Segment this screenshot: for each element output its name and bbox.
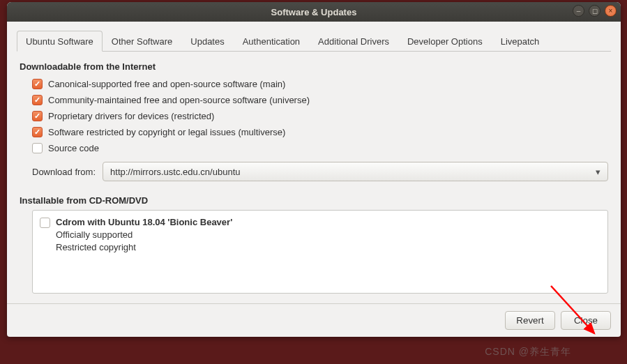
chevron-down-icon: ▾: [596, 167, 600, 177]
checkbox-main[interactable]: ✓: [32, 79, 43, 89]
window-title: Software & Updates: [7, 7, 621, 17]
tab-authentication[interactable]: Authentication: [234, 31, 309, 52]
minimize-icon[interactable]: –: [573, 5, 584, 17]
download-from-value: http://mirrors.ustc.edu.cn/ubuntu: [110, 167, 240, 177]
maximize-icon[interactable]: ◻: [589, 5, 600, 17]
close-button[interactable]: Close: [561, 311, 611, 330]
tab-updates[interactable]: Updates: [181, 31, 233, 52]
content-area: Ubuntu Software Other Software Updates A…: [7, 22, 621, 337]
titlebar[interactable]: Software & Updates – ◻ ×: [7, 2, 621, 22]
checkbox-row-multiverse[interactable]: ✓ Software restricted by copyright or le…: [20, 124, 608, 140]
watermark-text: CSDN @养生青年: [485, 346, 571, 358]
checkbox-row-source[interactable]: Source code: [20, 140, 608, 156]
checkbox-cdrom[interactable]: [40, 218, 50, 228]
software-updates-window: Software & Updates – ◻ × Ubuntu Software…: [7, 2, 621, 337]
download-from-row: Download from: http://mirrors.ustc.edu.c…: [20, 156, 608, 187]
cdrom-list[interactable]: Cdrom with Ubuntu 18.04 'Bionic Beaver' …: [32, 210, 608, 294]
window-controls: – ◻ ×: [573, 5, 617, 17]
tab-livepatch[interactable]: Livepatch: [492, 31, 549, 52]
tab-developer-options[interactable]: Developer Options: [398, 31, 492, 52]
checkbox-restricted[interactable]: ✓: [32, 111, 43, 121]
download-from-label: Download from:: [32, 167, 96, 177]
tabs: Ubuntu Software Other Software Updates A…: [17, 30, 611, 52]
checkbox-label: Canonical-supported free and open-source…: [48, 79, 285, 89]
checkbox-source[interactable]: [32, 143, 43, 153]
checkbox-universe[interactable]: ✓: [32, 95, 43, 105]
checkbox-row-main[interactable]: ✓ Canonical-supported free and open-sour…: [20, 76, 608, 92]
cdrom-item[interactable]: Cdrom with Ubuntu 18.04 'Bionic Beaver' …: [40, 216, 600, 255]
cdrom-line2: Restricted copyright: [56, 241, 232, 254]
ubuntu-software-pane: Downloadable from the Internet ✓ Canonic…: [17, 52, 611, 296]
cdrom-title: Cdrom with Ubuntu 18.04 'Bionic Beaver': [56, 216, 232, 229]
checkbox-label: Community-maintained free and open-sourc…: [48, 95, 310, 105]
dialog-footer: Revert Close: [7, 303, 621, 337]
checkbox-row-restricted[interactable]: ✓ Proprietary drivers for devices (restr…: [20, 108, 608, 124]
tab-other-software[interactable]: Other Software: [103, 31, 181, 52]
cdrom-text: Cdrom with Ubuntu 18.04 'Bionic Beaver' …: [56, 216, 232, 255]
cdrom-line1: Officially supported: [56, 229, 232, 241]
checkbox-label: Source code: [48, 143, 99, 153]
tab-ubuntu-software[interactable]: Ubuntu Software: [17, 31, 103, 52]
tab-additional-drivers[interactable]: Additional Drivers: [309, 31, 398, 52]
checkbox-label: Software restricted by copyright or lega…: [48, 127, 285, 137]
close-icon[interactable]: ×: [605, 5, 617, 17]
checkbox-row-universe[interactable]: ✓ Community-maintained free and open-sou…: [20, 92, 608, 108]
revert-button[interactable]: Revert: [505, 311, 555, 330]
section-internet-heading: Downloadable from the Internet: [20, 61, 608, 72]
checkbox-multiverse[interactable]: ✓: [32, 127, 43, 137]
download-from-combo[interactable]: http://mirrors.ustc.edu.cn/ubuntu ▾: [103, 162, 608, 181]
section-cdrom-heading: Installable from CD-ROM/DVD: [20, 195, 608, 206]
checkbox-label: Proprietary drivers for devices (restric…: [48, 111, 214, 121]
